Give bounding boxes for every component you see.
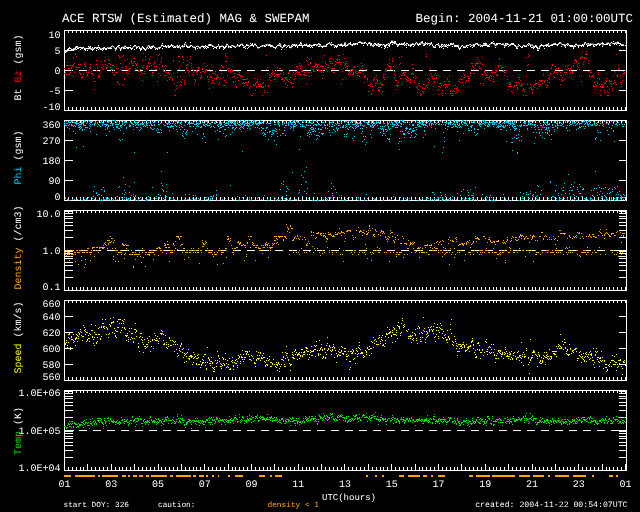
- svg-text:1.0: 1.0: [42, 247, 60, 258]
- svg-text:1.0E+06: 1.0E+06: [18, 389, 60, 400]
- svg-text:660: 660: [42, 300, 60, 311]
- svg-text:10.0: 10.0: [36, 210, 60, 221]
- svg-text:created: 2004-11-22 00:54:07U: created: 2004-11-22 00:54:07UTC: [475, 501, 627, 510]
- svg-text:1.0E+04: 1.0E+04: [18, 464, 60, 475]
- svg-text:-10: -10: [42, 103, 60, 114]
- svg-text:Temp (K): Temp (K): [13, 407, 25, 455]
- svg-text:07: 07: [199, 480, 211, 491]
- svg-text:Density (/cm3): Density (/cm3): [13, 205, 25, 289]
- svg-text:580: 580: [42, 361, 60, 372]
- svg-text:23: 23: [573, 480, 585, 491]
- svg-text:360: 360: [42, 121, 60, 132]
- svg-text:Speed (km/s): Speed (km/s): [13, 301, 25, 373]
- svg-text:Begin: 2004-11-21 01:00:00UTC: Begin: 2004-11-21 01:00:00UTC: [415, 12, 633, 26]
- svg-text:UTC(hours): UTC(hours): [322, 493, 376, 503]
- svg-text:ACE RTSW (Estimated) MAG & SWE: ACE RTSW (Estimated) MAG & SWEPAM: [62, 12, 310, 26]
- svg-text:01: 01: [619, 480, 631, 491]
- svg-text:15: 15: [386, 480, 398, 491]
- svg-text:19: 19: [479, 480, 491, 491]
- svg-text:5: 5: [54, 47, 60, 58]
- svg-text:0: 0: [54, 67, 60, 78]
- svg-text:caution:: caution:: [158, 501, 195, 510]
- svg-text:180: 180: [42, 157, 60, 168]
- svg-text:600: 600: [42, 345, 60, 356]
- svg-text:start DOY: 326: start DOY: 326: [64, 501, 130, 510]
- svg-text:-5: -5: [48, 87, 60, 98]
- svg-text:620: 620: [42, 329, 60, 340]
- svg-text:01: 01: [58, 480, 70, 491]
- svg-text:density < 1: density < 1: [268, 501, 320, 510]
- svg-text:640: 640: [42, 313, 60, 324]
- svg-text:0.1: 0.1: [42, 283, 60, 294]
- svg-text:10: 10: [48, 31, 60, 42]
- svg-text:11: 11: [292, 480, 304, 491]
- svg-text:Phi (gsm): Phi (gsm): [13, 130, 25, 184]
- svg-text:13: 13: [339, 480, 351, 491]
- svg-text:560: 560: [42, 373, 60, 384]
- svg-text:03: 03: [105, 480, 117, 491]
- svg-text:21: 21: [526, 480, 538, 491]
- svg-text:09: 09: [245, 480, 257, 491]
- svg-text:Bt Bz (gsm): Bt Bz (gsm): [13, 34, 25, 100]
- svg-text:0: 0: [54, 193, 60, 204]
- svg-text:05: 05: [152, 480, 164, 491]
- svg-text:90: 90: [48, 177, 60, 188]
- svg-text:17: 17: [432, 480, 444, 491]
- svg-text:270: 270: [42, 137, 60, 148]
